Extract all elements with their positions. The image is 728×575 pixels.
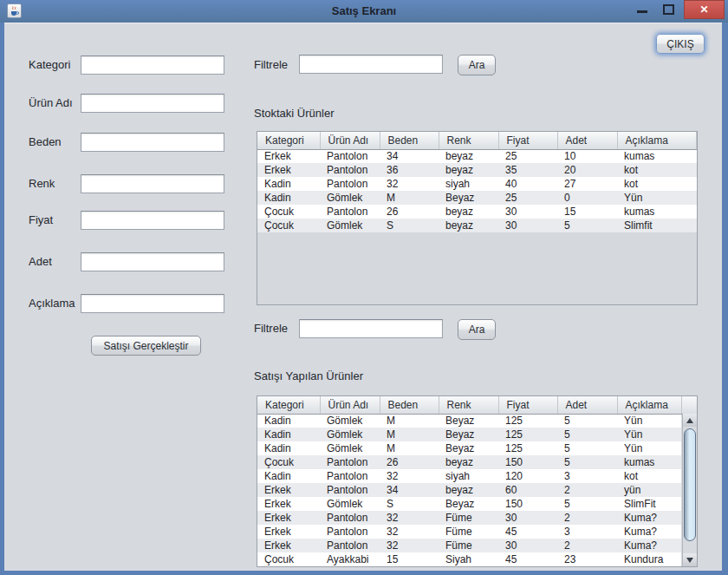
table-cell: Füme [439,525,498,539]
minimize-button[interactable] [637,10,647,13]
beden-input[interactable] [81,133,224,152]
table-row[interactable]: ErkekPantolon34beyaz602yün [257,483,697,497]
table-cell: Pantolon [320,205,380,219]
table-cell: 150 [498,497,557,511]
maximize-button[interactable] [663,4,674,15]
table-cell: Yün [617,428,681,441]
table-row[interactable]: ÇocukPantolon26beyaz3015kumas [257,205,697,219]
table-row[interactable]: ErkekPantolon32Füme302Kuma? [257,511,697,525]
table-row[interactable]: ErkekGömlekSBeyaz1505SlimFit [257,497,697,511]
renk-input[interactable] [81,174,224,193]
table-cell: beyaz [439,149,498,163]
sales-filter-input[interactable] [299,319,443,338]
column-header-kategori[interactable]: Kategori [257,396,320,414]
column-header-a-klama[interactable]: Açıklama [617,132,697,149]
table-row[interactable]: KadinGömlekMBeyaz1255Yün [257,428,697,441]
table-row[interactable]: ÇocukAyakkabi15Siyah4523Kundura [257,552,697,566]
table-row[interactable]: KadinGömlekMBeyaz1255Yün [257,441,697,455]
table-cell: M [380,441,439,455]
table-cell: 32 [380,539,439,552]
table-cell: Kundura [617,552,681,566]
adet-input[interactable] [81,252,224,271]
titlebar[interactable]: Satış Ekranı ✕ [0,0,728,23]
submit-sale-button[interactable]: Satışı Gerçekleştir [91,336,201,356]
urun-adi-input[interactable] [81,94,224,113]
column-header-renk[interactable]: Renk [439,396,498,414]
table-row[interactable]: KadinPantolon32siyah4027kot [257,177,697,191]
table-cell: 32 [380,511,439,525]
table-cell: Çocuk [257,219,320,232]
exit-button[interactable]: ÇIKIŞ [656,34,705,54]
table-cell: Kuma? [617,539,681,552]
table-cell: 30 [498,205,557,219]
table-row[interactable]: KadinPantolon32siyah1203kot [257,469,697,483]
sales-table-scrollbar[interactable] [682,414,697,566]
table-row[interactable]: ErkekPantolon36beyaz3520kot [257,163,697,177]
stock-search-button[interactable]: Ara [458,55,496,75]
close-icon: ✕ [699,3,708,16]
column-header--r-n-ad-[interactable]: Ürün Adı [320,396,380,414]
table-cell: Pantolon [320,163,380,177]
table-cell: 32 [380,177,439,191]
table-cell: Gömlek [320,219,380,232]
table-cell: 5 [557,428,617,441]
stock-table[interactable]: KategoriÜrün AdıBedenRenkFiyatAdetAçıkla… [257,131,698,305]
column-header-a-klama[interactable]: Açıklama [617,396,681,414]
table-cell: Yün [617,441,681,455]
table-cell: Kadin [257,441,320,455]
table-row[interactable]: ÇocukGömlekSbeyaz305Slimfit [257,219,697,232]
stock-filter-input[interactable] [299,55,443,74]
table-row[interactable]: KadinGömlekMBeyaz250Yün [257,191,697,205]
aciklama-input[interactable] [81,294,224,313]
table-cell: 36 [380,163,439,177]
table-cell: 5 [557,497,617,511]
column-header-adet[interactable]: Adet [557,132,617,149]
triangle-down-icon [686,558,693,563]
table-cell: Erkek [257,525,320,539]
table-cell: kumas [617,455,681,469]
table-row[interactable]: ErkekPantolon32Füme302Kuma? [257,539,697,552]
table-cell: Beyaz [439,414,498,428]
table-cell: 25 [498,191,557,205]
table-cell: 26 [380,205,439,219]
column-header-kategori[interactable]: Kategori [257,132,320,149]
table-cell: Erkek [257,511,320,525]
table-cell: kumas [617,205,697,219]
column-header-fiyat[interactable]: Fiyat [498,132,557,149]
table-row[interactable]: ÇocukPantolon26beyaz1505kumas [257,455,697,469]
column-header-renk[interactable]: Renk [439,132,498,149]
scrollbar-track[interactable] [683,427,697,553]
column-header-adet[interactable]: Adet [557,396,617,414]
table-cell: Pantolon [320,469,380,483]
table-cell: Pantolon [320,539,380,552]
kategori-input[interactable] [81,56,224,75]
table-cell: 5 [557,414,617,428]
stock-filter-label: Filtrele [254,56,288,75]
table-cell: Kuma? [617,511,681,525]
table-row[interactable]: ErkekPantolon34beyaz2510kumas [257,149,697,163]
table-row[interactable]: KadinGömlekMBeyaz1255Yün [257,414,697,428]
close-button[interactable]: ✕ [684,0,725,19]
sales-table[interactable]: KategoriÜrün AdıBedenRenkFiyatAdetAçıkla… [257,395,698,567]
column-header-beden[interactable]: Beden [380,132,439,149]
app-window: Satış Ekranı ✕ ÇIKIŞ Kategori Ürün Adı B… [0,0,728,575]
table-cell: kot [617,163,697,177]
table-cell: Kadin [257,414,320,428]
table-cell: 23 [557,552,617,566]
scroll-up-button[interactable] [683,414,697,427]
table-cell: Kadin [257,428,320,441]
scroll-down-button[interactable] [683,553,697,566]
table-cell: Erkek [257,539,320,552]
table-row[interactable]: ErkekPantolon32Füme453Kuma? [257,525,697,539]
table-cell: Yün [617,191,697,205]
column-header-beden[interactable]: Beden [380,396,439,414]
column-header--r-n-ad-[interactable]: Ürün Adı [320,132,380,149]
fiyat-input[interactable] [81,211,224,230]
table-cell: yün [617,483,681,497]
table-cell: S [380,219,439,232]
column-header-fiyat[interactable]: Fiyat [498,396,557,414]
table-cell: 125 [498,441,557,455]
scrollbar-thumb[interactable] [684,428,696,541]
sales-search-button[interactable]: Ara [458,319,496,340]
table-cell: Gömlek [320,441,380,455]
